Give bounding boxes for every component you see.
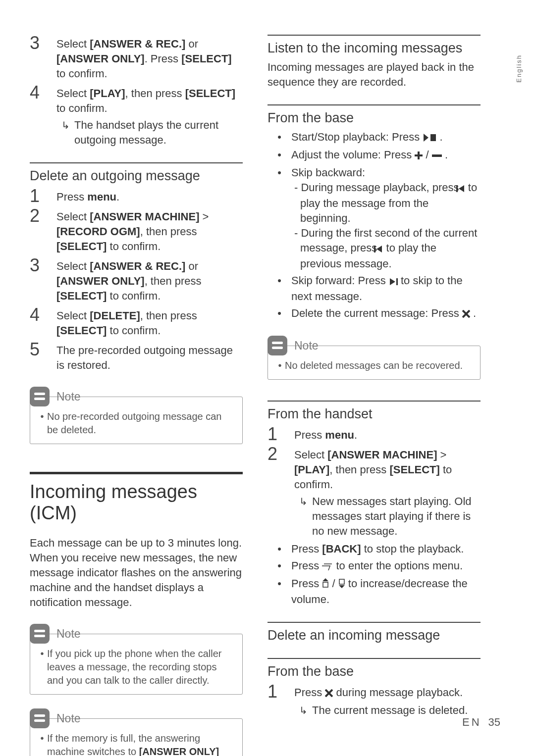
note-icon	[30, 387, 50, 406]
list-item: •Delete the current message: Press .	[268, 306, 481, 322]
skip-back-icon	[380, 242, 383, 256]
right-column: Listen to the incoming messages Incoming…	[268, 35, 481, 756]
svg-rect-16	[323, 582, 328, 587]
heading-listen: Listen to the incoming messages	[268, 41, 481, 56]
list-item: • Skip backward: - During message playba…	[268, 165, 481, 271]
note-icon	[30, 708, 50, 728]
play-stop-icon	[423, 131, 436, 146]
svg-rect-17	[339, 579, 344, 584]
svg-marker-8	[376, 246, 382, 252]
delete-x-icon	[325, 686, 333, 701]
note-box-4: Note •No deleted messages can be recover…	[268, 336, 481, 380]
svg-marker-15	[322, 578, 328, 581]
svg-rect-1	[430, 134, 436, 141]
note-box-1: Note •No pre-recorded outgoing message c…	[30, 387, 243, 444]
del-step-4: 4Select [DELETE], then press [SELECT] to…	[30, 306, 243, 338]
note-box-2: Note •If you pick up the phone when the …	[30, 624, 243, 695]
skip-forward-icon	[389, 274, 398, 289]
note-text: If you pick up the phone when the caller…	[47, 647, 234, 687]
step-3: 3 Select [ANSWER & REC.] or [ANSWER ONLY…	[30, 35, 243, 81]
left-column: 3 Select [ANSWER & REC.] or [ANSWER ONLY…	[30, 35, 243, 756]
svg-marker-6	[459, 185, 464, 192]
heading-from-base: From the base	[268, 110, 481, 126]
note-text: No deleted messages can be recovered.	[285, 359, 463, 372]
language-tab: English	[515, 54, 523, 83]
note-icon	[268, 336, 287, 355]
svg-marker-18	[339, 585, 345, 588]
heading-icm: Incoming messages (ICM)	[30, 481, 243, 524]
step-4-result: The handset plays the current outgoing m…	[74, 118, 243, 148]
note-icon	[30, 624, 50, 644]
steps-continued: 3 Select [ANSWER & REC.] or [ANSWER ONLY…	[30, 35, 243, 148]
result-arrow-icon: ↳	[56, 118, 74, 148]
del-step-3: 3Select [ANSWER & REC.] or [ANSWER ONLY]…	[30, 257, 243, 303]
svg-rect-7	[374, 246, 375, 252]
handset-step-1: 1Press menu.	[268, 426, 481, 443]
heading-from-base-2: From the base	[268, 664, 481, 679]
list-item: •Skip forward: Press to skip to the next…	[268, 273, 481, 304]
footer-lang: EN	[462, 716, 482, 728]
heading-from-handset: From the handset	[268, 406, 481, 422]
delete-step-1: 1 Press during message playback. ↳The cu…	[268, 683, 481, 718]
list-item: •Press [BACK] to stop the playback.	[268, 542, 481, 556]
page-footer: EN35	[462, 716, 500, 729]
minus-icon	[432, 149, 442, 163]
options-icon	[322, 559, 333, 574]
svg-marker-0	[424, 134, 428, 142]
footer-page-num: 35	[488, 716, 500, 728]
note-box-3: Note •If the memory is full, the answeri…	[30, 708, 243, 756]
list-item: •Press to enter the options menu.	[268, 558, 481, 574]
manual-page: English 3 Select [ANSWER & REC.] or [ANS…	[0, 0, 535, 756]
list-item: •Start/Stop playback: Press .	[268, 130, 481, 146]
handset-step-2: 2 Select [ANSWER MACHINE] > [PLAY], then…	[268, 446, 481, 539]
vol-down-icon	[338, 577, 345, 592]
note-text: If the memory is full, the answering mac…	[47, 732, 234, 756]
plus-icon	[415, 149, 423, 163]
listen-body: Incoming messages are played back in the…	[268, 60, 481, 90]
del-step-5: 5The pre-recorded outgoing message is re…	[30, 341, 243, 373]
result-arrow-icon: ↳	[294, 494, 312, 539]
heading-delete-ogm: Delete an outgoing message	[30, 168, 243, 184]
note-text: No pre-recorded outgoing message can be …	[47, 410, 234, 437]
svg-rect-5	[456, 185, 458, 192]
result-arrow-icon: ↳	[294, 703, 312, 718]
heading-delete-incoming: Delete an incoming message	[268, 628, 481, 643]
icm-body: Each message can be up to 3 minutes long…	[30, 536, 243, 610]
delete-x-icon	[462, 307, 470, 322]
svg-rect-4	[432, 154, 442, 157]
svg-rect-13	[322, 566, 330, 570]
svg-marker-9	[390, 278, 395, 285]
list-item: •Adjust the volume: Press / .	[268, 148, 481, 163]
vol-up-icon	[322, 577, 329, 592]
svg-rect-10	[396, 278, 398, 285]
list-item: •Press / to increase/decrease the volume…	[268, 576, 481, 607]
del-step-2: 2Select [ANSWER MACHINE] >[RECORD OGM], …	[30, 207, 243, 254]
svg-rect-3	[415, 154, 423, 156]
skip-back-icon	[462, 181, 465, 196]
step-4: 4 Select [PLAY], then press [SELECT] to …	[30, 84, 243, 148]
del-step-1: 1Press menu.	[30, 188, 243, 204]
